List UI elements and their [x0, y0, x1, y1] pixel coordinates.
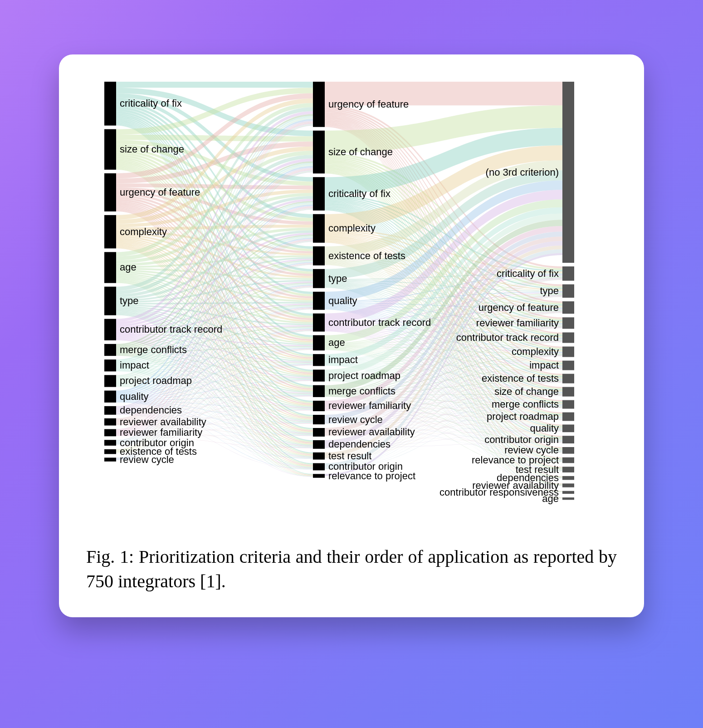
sankey-node: [562, 332, 574, 343]
sankey-node: [562, 457, 574, 463]
sankey-node: [104, 449, 116, 454]
sankey-node-label: size of change: [328, 146, 393, 157]
sankey-node: [313, 292, 325, 310]
sankey-node: [104, 406, 116, 415]
sankey-node: [104, 252, 116, 283]
sankey-node-label: impact: [328, 354, 358, 365]
sankey-node: [562, 413, 574, 421]
sankey-node: [313, 385, 325, 397]
sankey-node: [562, 317, 574, 329]
sankey-node-label: merge conflicts: [328, 385, 395, 397]
sankey-node-label: (no 3rd criterion): [486, 167, 559, 178]
sankey-node-label: review cycle: [120, 454, 174, 465]
sankey-node: [562, 483, 574, 487]
sankey-node-label: dependencies: [328, 438, 391, 450]
sankey-node-label: size of change: [120, 143, 184, 155]
sankey-node: [562, 400, 574, 409]
sankey-node: [562, 347, 574, 357]
sankey-node: [104, 319, 116, 340]
sankey-node-label: quality: [328, 295, 357, 306]
sankey-node: [313, 415, 325, 424]
sankey-node: [313, 428, 325, 437]
sankey-node: [562, 497, 574, 500]
sankey-node-label: merge conflicts: [492, 398, 559, 410]
sankey-node-label: reviewer availability: [120, 416, 206, 428]
sankey-node-label: criticality of fix: [120, 98, 182, 109]
sankey-link: [116, 82, 313, 88]
sankey-node: [562, 361, 574, 370]
sankey-node-label: existence of tests: [482, 373, 559, 384]
sankey-node: [562, 387, 574, 397]
figure-card: criticality of fixsize of changeurgency …: [59, 54, 644, 617]
sankey-node-label: age: [328, 337, 345, 348]
sankey-node: [104, 215, 116, 248]
sankey-node: [562, 266, 574, 281]
sankey-node: [104, 375, 116, 387]
sankey-node-label: project roadmap: [328, 370, 400, 381]
sankey-node: [104, 82, 116, 126]
sankey-node: [104, 129, 116, 170]
sankey-node: [313, 463, 325, 471]
sankey-node: [562, 467, 574, 472]
sankey-node: [313, 314, 325, 332]
sankey-node: [104, 173, 116, 212]
sankey-node-label: existence of tests: [328, 250, 405, 261]
sankey-node-label: urgency of feature: [328, 98, 409, 110]
sankey-node: [104, 418, 116, 426]
sankey-node: [562, 374, 574, 384]
sankey-node-label: review cycle: [328, 414, 383, 425]
sankey-node-label: contributor origin: [484, 434, 559, 445]
sankey-node: [104, 440, 116, 446]
sankey-node-label: quality: [530, 423, 559, 434]
sankey-node-label: impact: [120, 359, 149, 371]
sankey-node: [313, 369, 325, 381]
sankey-node: [313, 82, 325, 127]
sankey-node-label: urgency of feature: [478, 302, 559, 313]
sankey-node-label: reviewer familiarity: [476, 317, 559, 329]
sankey-node: [313, 335, 325, 351]
sankey-node-label: criticality of fix: [497, 268, 559, 279]
sankey-node: [104, 344, 116, 356]
sankey-node-label: project roadmap: [120, 375, 192, 386]
sankey-node: [562, 82, 574, 263]
sankey-node-label: type: [120, 295, 139, 306]
sankey-node-label: test result: [328, 450, 371, 462]
sankey-node-label: complexity: [120, 226, 167, 237]
sankey-node: [313, 440, 325, 449]
sankey-node-label: complexity: [512, 346, 559, 357]
sankey-node-label: age: [120, 261, 137, 273]
sankey-node-label: contributor track record: [456, 332, 559, 343]
sankey-node: [562, 491, 574, 494]
sankey-node-label: criticality of fix: [328, 188, 391, 199]
sankey-node: [313, 453, 325, 460]
sankey-node: [313, 131, 325, 174]
sankey-node: [104, 287, 116, 315]
sankey-node-label: relevance to project: [328, 470, 415, 482]
sankey-node: [562, 301, 574, 314]
sankey-node: [562, 447, 574, 454]
sankey-node-label: contributor track record: [120, 324, 222, 335]
sankey-node: [313, 474, 325, 477]
sankey-node-label: reviewer familiarity: [328, 400, 411, 411]
sankey-node: [313, 177, 325, 211]
sankey-node: [562, 436, 574, 443]
sankey-node-label: dependencies: [120, 404, 182, 416]
sankey-node-label: project roadmap: [487, 411, 559, 422]
sankey-node-label: contributor track record: [328, 317, 431, 328]
sankey-node: [104, 457, 116, 461]
sankey-node-label: urgency of feature: [120, 187, 200, 198]
sankey-node: [313, 214, 325, 243]
sankey-node: [104, 391, 116, 403]
sankey-node-label: complexity: [328, 222, 376, 234]
sankey-node: [313, 246, 325, 266]
sankey-node-label: size of change: [494, 386, 559, 397]
sankey-node: [562, 285, 574, 298]
sankey-node: [562, 424, 574, 432]
sankey-node-label: quality: [120, 391, 149, 402]
sankey-node: [104, 429, 116, 437]
sankey-node: [313, 401, 325, 411]
sankey-node: [313, 354, 325, 366]
sankey-node-label: contributor responsiveness: [439, 487, 559, 498]
sankey-node: [104, 359, 116, 371]
sankey-node: [562, 476, 574, 480]
